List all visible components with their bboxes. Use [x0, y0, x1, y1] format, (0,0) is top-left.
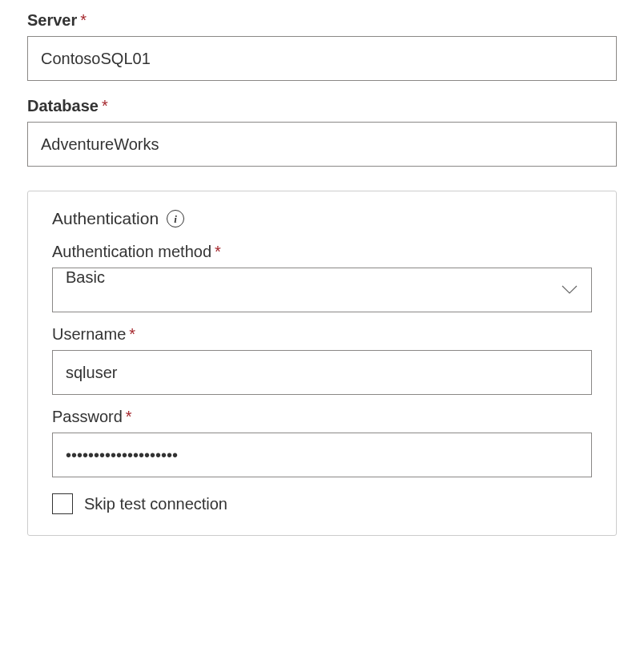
auth-method-label: Authentication method* [52, 243, 592, 261]
required-star: * [80, 11, 87, 29]
database-label: Database* [27, 97, 617, 115]
server-label-text: Server [27, 11, 77, 29]
required-star: * [126, 408, 132, 425]
skip-test-label[interactable]: Skip test connection [84, 495, 227, 513]
required-star: * [129, 325, 135, 343]
authentication-title: Authentication [52, 209, 159, 228]
username-label: Username* [52, 325, 592, 344]
database-label-text: Database [27, 97, 99, 115]
skip-test-checkbox[interactable] [52, 493, 73, 514]
database-input[interactable] [27, 122, 617, 167]
required-star: * [102, 97, 108, 115]
info-icon[interactable]: i [167, 210, 184, 227]
username-input[interactable] [52, 350, 592, 395]
password-label-text: Password [52, 408, 123, 425]
username-label-text: Username [52, 325, 126, 343]
server-input[interactable] [27, 36, 617, 81]
auth-method-select[interactable]: Basic [52, 268, 592, 312]
password-input[interactable] [52, 433, 592, 477]
password-label: Password* [52, 408, 592, 426]
server-label: Server* [27, 11, 617, 30]
auth-method-label-text: Authentication method [52, 243, 211, 260]
required-star: * [215, 243, 221, 260]
authentication-panel: Authentication i Authentication method* … [27, 191, 617, 536]
